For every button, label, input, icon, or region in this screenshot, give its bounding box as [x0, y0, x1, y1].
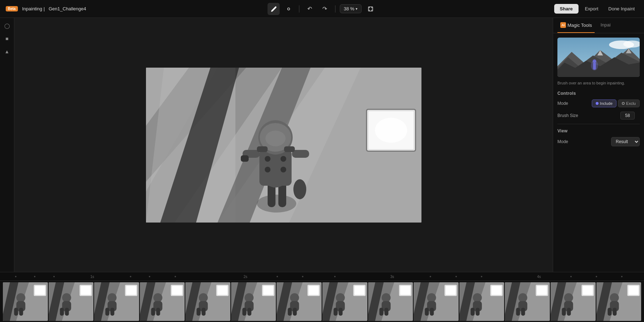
timeline-frame[interactable] — [322, 282, 367, 321]
pan-tool-button[interactable] — [283, 3, 295, 15]
timeline-frame[interactable] — [505, 282, 550, 321]
svg-point-93 — [199, 293, 208, 302]
timeline-frame[interactable] — [94, 282, 139, 321]
timeline-frame[interactable] — [277, 282, 322, 321]
tab-magic-tools[interactable]: Ai Magic Tools — [557, 18, 595, 33]
section-divider — [557, 124, 640, 124]
svg-rect-24 — [292, 150, 309, 158]
brush-size-label: Brush Size — [557, 113, 578, 118]
svg-rect-146 — [430, 308, 434, 316]
svg-rect-156 — [475, 308, 479, 316]
ruler-dot-11 — [481, 276, 482, 277]
tab-inpaint[interactable]: Inpai — [597, 18, 613, 33]
svg-rect-165 — [516, 308, 520, 316]
svg-rect-176 — [567, 308, 571, 316]
ruler-dot-4 — [149, 276, 150, 277]
timeline-frame[interactable] — [414, 282, 459, 321]
brush-size-input[interactable] — [620, 112, 635, 119]
svg-rect-136 — [384, 308, 388, 316]
view-mode-select[interactable]: Result Original Mask — [611, 137, 640, 146]
svg-rect-56 — [19, 308, 23, 316]
timeline-frame[interactable] — [231, 282, 276, 321]
ruler-dot-2 — [53, 276, 55, 277]
svg-point-19 — [265, 156, 270, 162]
svg-rect-186 — [613, 308, 616, 316]
ai-icon: Ai — [560, 22, 566, 28]
include-radio-dot — [596, 102, 599, 105]
chevron-down-icon: ▾ — [356, 7, 357, 11]
mode-label: Mode — [557, 101, 568, 106]
svg-rect-112 — [309, 286, 319, 295]
svg-rect-142 — [446, 286, 456, 295]
include-mode-button[interactable]: Include — [592, 99, 616, 107]
brush-tool-button[interactable] — [268, 3, 280, 15]
svg-point-35 — [375, 118, 407, 143]
view-section-title: View — [557, 128, 640, 133]
toolbar-center: ↶ ↷ 38 % ▾ — [268, 3, 377, 15]
view-mode-label: Mode — [557, 139, 568, 144]
preview-thumbnail — [557, 38, 640, 77]
svg-rect-126 — [339, 308, 343, 316]
svg-rect-66 — [65, 308, 69, 316]
timeline-frame[interactable] — [3, 282, 48, 321]
fit-screen-button[interactable] — [364, 3, 376, 15]
topbar: Beta Inpainting | Gen1_Challenge4 ↶ ↷ 38… — [0, 0, 644, 18]
canvas-area[interactable] — [14, 18, 553, 272]
svg-point-63 — [62, 293, 71, 302]
brush-hint: Brush over an area to begin inpainting. — [557, 80, 640, 86]
svg-point-183 — [610, 293, 619, 302]
right-panel: Ai Magic Tools Inpai — [553, 18, 644, 272]
exclude-radio-dot — [622, 102, 625, 105]
svg-rect-72 — [126, 286, 136, 295]
svg-rect-145 — [425, 308, 429, 316]
svg-point-30 — [293, 179, 306, 199]
timeline-track[interactable] — [0, 281, 644, 322]
right-panel-tabs: Ai Magic Tools Inpai — [553, 18, 644, 33]
export-button[interactable]: Export — [581, 4, 602, 14]
svg-rect-95 — [197, 308, 201, 316]
brush-size-row: Brush Size — [557, 112, 640, 119]
timeline-frame[interactable] — [185, 282, 230, 321]
svg-rect-102 — [263, 286, 273, 295]
zoom-value: 38 % — [344, 6, 355, 11]
timeline-frame[interactable] — [49, 282, 94, 321]
ruler-dot-7 — [302, 276, 303, 277]
svg-rect-155 — [470, 308, 474, 316]
svg-rect-166 — [521, 308, 525, 316]
sidebar-icon-2[interactable]: ■ — [2, 34, 12, 44]
svg-rect-55 — [14, 308, 18, 316]
svg-point-153 — [473, 293, 482, 302]
undo-button[interactable]: ↶ — [304, 3, 316, 15]
svg-rect-52 — [35, 286, 45, 295]
ruler-dot-0 — [15, 276, 16, 277]
zoom-level-button[interactable]: 38 % ▾ — [340, 4, 362, 13]
redo-button[interactable]: ↷ — [319, 3, 331, 15]
svg-rect-182 — [628, 286, 638, 295]
svg-rect-31 — [241, 155, 249, 162]
svg-rect-85 — [151, 308, 155, 316]
ruler-label-3s: 3s — [390, 274, 394, 278]
view-mode-row: Mode Result Original Mask — [557, 137, 640, 146]
share-button[interactable]: Share — [554, 4, 579, 14]
ruler-dot-6 — [277, 276, 278, 277]
svg-rect-65 — [60, 308, 64, 316]
timeline-frame[interactable] — [140, 282, 185, 321]
main-canvas-wrapper — [146, 68, 421, 223]
timeline-frame[interactable] — [368, 282, 413, 321]
sidebar-icon-1[interactable]: ◯ — [2, 21, 12, 31]
timeline-frame[interactable] — [459, 282, 504, 321]
svg-point-20 — [280, 156, 286, 162]
svg-point-22 — [280, 167, 286, 172]
sidebar-icon-3[interactable]: ▲ — [2, 47, 12, 57]
timeline-frame[interactable] — [596, 282, 641, 321]
svg-rect-82 — [172, 286, 182, 295]
timeline-frame[interactable] — [551, 282, 596, 321]
beta-badge: Beta — [6, 6, 18, 11]
ruler-label-1s: 1s — [90, 274, 94, 278]
svg-rect-18 — [259, 150, 292, 186]
done-inpaint-button[interactable]: Done Inpaint — [605, 4, 638, 14]
toolbar-divider-2 — [335, 5, 336, 13]
exclude-mode-button[interactable]: Exclu — [618, 99, 640, 107]
svg-point-14 — [257, 195, 296, 213]
svg-rect-132 — [400, 286, 410, 295]
